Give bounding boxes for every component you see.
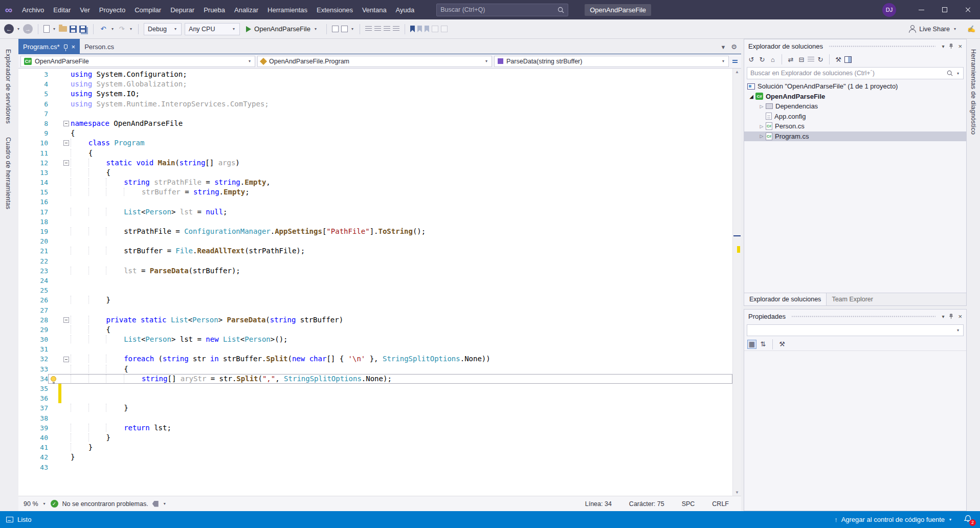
type-dropdown[interactable]: OpenAndParseFile.Program ▾ [257,56,492,67]
menu-item-archivo[interactable]: Archivo [17,0,49,19]
code-line[interactable]: 14 string strPathFile = string.Empty, [18,178,732,187]
code-line[interactable]: 24 [18,276,732,285]
chevron-down-icon[interactable]: ▾ [174,27,176,31]
back-icon[interactable]: ← [4,24,14,34]
gear-icon[interactable]: ⚙ [731,43,737,51]
close-icon[interactable]: × [72,43,76,50]
eol-indicator[interactable]: CRLF [712,500,729,508]
fold-collapse-icon[interactable] [63,121,69,126]
menu-item-proyecto[interactable]: Proyecto [95,0,130,19]
save-all-icon[interactable] [79,26,86,33]
side-tab-cuadro-de-herramientas[interactable]: Cuadro de herramientas [5,134,12,212]
code-line[interactable]: 15 strBuffer = string.Empty; [18,187,732,197]
show-all-files-icon[interactable] [808,57,814,62]
code-line[interactable]: 7 [18,109,732,119]
fold-collapse-icon[interactable] [63,160,69,166]
properties-object-dropdown[interactable]: ▾ [747,324,964,336]
project-dropdown[interactable]: C# OpenAndParseFile ▾ [20,56,255,67]
pin-icon[interactable] [948,43,954,49]
sync-active-document-icon[interactable]: ⇄ [786,55,795,64]
code-line[interactable]: 42} [18,452,732,462]
code-line[interactable]: 12 static void Main(string[] args) [18,158,732,168]
close-button[interactable] [956,0,980,19]
side-tab-explorador-de-servidores[interactable]: Explorador de servidores [5,46,12,127]
column-indicator[interactable]: Carácter: 75 [629,500,664,508]
editor-tab-person-cs[interactable]: Person.cs [80,39,119,54]
side-tab-herramientas-de-diagn-stico[interactable]: Herramientas de diagnóstico [970,46,977,138]
editor-tab-program-cs[interactable]: Program.cs*× [18,39,80,54]
snapshot-icon[interactable] [341,26,348,32]
chevron-down-icon[interactable]: ▾ [351,27,353,31]
background-tasks-icon[interactable] [6,517,13,522]
scroll-down-icon[interactable]: ▼ [733,490,741,495]
combo-any-cpu[interactable]: Any CPU▾ [185,23,240,35]
code-line[interactable]: 26 } [18,295,732,305]
pin-icon[interactable] [64,45,68,49]
debug-target-icon[interactable] [332,26,339,32]
properties-icon[interactable]: ⚒ [834,55,843,64]
maximize-button[interactable] [933,0,956,19]
code-line[interactable]: 37 } [18,403,732,413]
code-line[interactable]: 29 { [18,325,732,335]
properties-title-row[interactable]: Propiedades ▾ × [744,310,966,323]
chevron-down-icon[interactable]: ▾ [942,43,944,49]
code-area[interactable]: 3using System.Configuration;4using Syste… [18,69,732,496]
alphabetical-icon[interactable]: ⇅ [759,340,768,349]
code-line[interactable]: 35 [18,384,732,393]
fold-collapse-icon[interactable] [63,317,69,323]
code-line[interactable]: 10 class Program [18,138,732,148]
panel-tab-explorador-de-soluciones[interactable]: Explorador de soluciones [744,293,827,305]
close-icon[interactable]: × [958,313,962,320]
code-line[interactable]: 21 strBuffer = File.ReadAllText(strPathF… [18,246,732,256]
member-dropdown[interactable]: ParseData(string strBuffer) ▾ [494,56,729,67]
chevron-down-icon[interactable]: ▾ [485,59,487,63]
quick-search-input[interactable] [440,6,558,13]
live-share-button[interactable]: Live Share ▾ [908,25,957,33]
chevron-down-icon[interactable]: ▾ [53,27,55,31]
code-line[interactable]: 32 foreach (string str in strBuffer.Spli… [18,354,732,364]
chevron-down-icon[interactable]: ▾ [949,517,951,522]
vertical-scrollbar[interactable]: ▲ ▼ [732,69,741,496]
expand-icon[interactable]: ▷ [758,124,766,129]
chevron-down-icon[interactable]: ▾ [17,27,19,31]
new-file-icon[interactable] [43,25,50,33]
start-debug-button[interactable]: OpenAndParseFile ▾ [242,23,321,36]
redo-icon[interactable]: ↷ [117,25,126,34]
solution-search-box[interactable]: ▾ [747,67,964,79]
menu-item-editar[interactable]: Editar [49,0,75,19]
chevron-down-icon[interactable]: ▾ [315,27,317,31]
code-line[interactable]: 9{ [18,128,732,138]
code-line[interactable]: 6using System.Runtime.InteropServices.Co… [18,99,732,109]
tree-item-soluci-n-openandparsefile-1-de-1-proyecto[interactable]: Solución "OpenAndParseFile" (1 de 1 proy… [744,81,966,92]
menu-item-analizar[interactable]: Analizar [230,0,263,19]
menu-item-ventana[interactable]: Ventana [358,0,391,19]
se-back-icon[interactable]: ↺ [747,55,756,64]
feedback-icon[interactable]: ✍ [967,25,976,34]
chevron-down-icon[interactable]: ▾ [942,314,944,319]
panel-grab-handle[interactable] [829,45,936,48]
tag-icon[interactable] [152,501,159,507]
menu-item-compilar[interactable]: Compilar [130,0,166,19]
fold-collapse-icon[interactable] [63,140,69,146]
clear-bookmarks-icon[interactable] [441,26,448,32]
preview-selected-icon[interactable] [844,56,852,63]
comment-icon[interactable] [384,26,390,32]
chevron-down-icon[interactable]: ▾ [233,27,235,31]
menu-item-herramientas[interactable]: Herramientas [263,0,312,19]
collapse-all-icon[interactable]: ⊟ [797,55,806,64]
solution-explorer-title-row[interactable]: Explorador de soluciones ▾ × [744,39,966,53]
code-line[interactable]: 3using System.Configuration; [18,70,732,79]
property-pages-icon[interactable]: ⚒ [777,340,787,349]
code-line[interactable]: 19 strPathFile = ConfigurationManager.Ap… [18,227,732,236]
next-bookmark-icon[interactable] [425,26,429,32]
se-forward-icon[interactable]: ↻ [758,55,767,64]
code-line[interactable]: 34 string[] aryStr = str.Split(",", Stri… [18,374,732,384]
menu-item-prueba[interactable]: Prueba [199,0,230,19]
tree-item-person-cs[interactable]: ▷C#Person.cs [744,121,966,131]
save-icon[interactable] [70,26,77,33]
code-line[interactable]: 27 [18,305,732,315]
menu-item-extensiones[interactable]: Extensiones [312,0,358,19]
code-line[interactable]: 22 [18,256,732,266]
code-line[interactable]: 40 } [18,433,732,443]
code-line[interactable]: 25 [18,285,732,295]
